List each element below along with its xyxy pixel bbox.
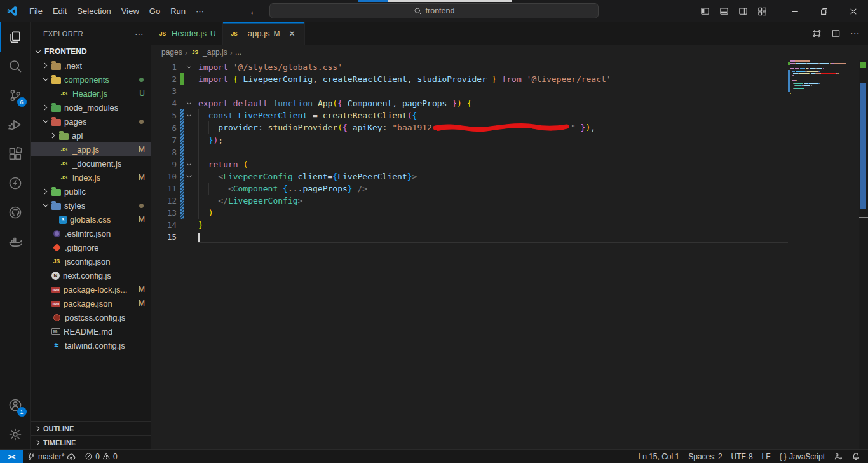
menu-view[interactable]: View (116, 4, 144, 18)
activity-run-debug[interactable] (0, 110, 31, 139)
gutter-modified-mark (180, 183, 184, 195)
tree-item-frontend[interactable]: FRONTEND (31, 45, 151, 59)
fold-chevron-icon[interactable] (184, 172, 194, 181)
problems-status[interactable]: 0 0 (80, 450, 121, 463)
folder-icon (51, 200, 61, 211)
breadcrumb-item[interactable]: pages (161, 48, 182, 57)
extensions-icon (8, 147, 22, 161)
breadcrumb-item[interactable]: _app.js (203, 48, 227, 57)
fold-chevron-icon[interactable] (184, 160, 194, 169)
tree-item-next-config-js[interactable]: Nnext.config.js (31, 268, 151, 282)
customize-layout-icon[interactable] (752, 0, 771, 22)
feedback-button[interactable] (829, 450, 847, 463)
code-line-7: 7 }); (151, 134, 788, 146)
split-editor-icon[interactable] (827, 22, 844, 45)
tree-item-pages[interactable]: pages (31, 114, 151, 128)
status-bar: >< master* 0 0 Ln 15, Col 1Spaces: 2UTF-… (0, 449, 868, 463)
tree-item-tailwind-config-js[interactable]: ≈tailwind.config.js (31, 338, 151, 352)
gutter-modified-mark (180, 146, 184, 158)
activity-github[interactable] (0, 198, 31, 227)
toggle-panel-icon[interactable] (714, 0, 733, 22)
panel-outline[interactable]: OUTLINE (31, 421, 151, 435)
nav-back-button[interactable]: ← (249, 6, 259, 17)
tree-item-label: package.json (64, 299, 112, 308)
minimap[interactable] (788, 60, 859, 449)
git-status-badge: U (139, 89, 145, 98)
tree-item-header-js[interactable]: JSHeader.jsU (31, 86, 151, 100)
line-number: 5 (151, 111, 177, 120)
fold-chevron-icon[interactable] (184, 99, 194, 107)
tree-item-components[interactable]: components (31, 73, 151, 86)
restore-button[interactable] (810, 0, 839, 22)
line-number: 10 (151, 172, 177, 181)
explorer-more-actions-icon[interactable]: ⋯ (135, 29, 144, 39)
menu-go[interactable]: Go (144, 4, 165, 18)
notifications-bell[interactable] (847, 450, 868, 463)
editor-more-actions-icon[interactable]: ⋯ (846, 22, 863, 45)
activity-thunder-client[interactable] (0, 169, 31, 198)
title-bar: FileEditSelectionViewGoRun··· ← → fronte… (0, 0, 868, 22)
tab-_app-js[interactable]: JS_app.jsM✕ (223, 22, 305, 45)
status-utf-8[interactable]: UTF-8 (727, 450, 757, 463)
tree-item-label: api (72, 131, 83, 141)
tree-item--app-js[interactable]: JS_app.jsM (31, 142, 151, 156)
tree-item--eslintrc-json[interactable]: .eslintrc.json (31, 226, 151, 240)
menu-selection[interactable]: Selection (72, 4, 116, 18)
tree-item-label: globals.css (70, 215, 111, 225)
git-branch-icon (27, 452, 36, 460)
toggle-sidebar-icon[interactable] (695, 0, 714, 22)
panel-timeline[interactable]: TIMELINE (31, 435, 151, 449)
tree-item-styles[interactable]: styles (31, 198, 151, 212)
tree-item-node-modules[interactable]: node_modules (31, 100, 151, 114)
status-ln-15-col-1[interactable]: Ln 15, Col 1 (634, 450, 684, 463)
menu-overflow[interactable]: ··· (191, 4, 209, 18)
tree-item--next[interactable]: .next (31, 59, 151, 73)
modified-dot-badge (139, 120, 144, 124)
tree-item-postcss-config-js[interactable]: postcss.config.js (31, 310, 151, 324)
tree-item-readme-md[interactable]: M↓README.md (31, 324, 151, 338)
tree-item-package-lock-js-[interactable]: npmpackage-lock.js...M (31, 282, 151, 296)
breadcrumb-item[interactable]: ... (235, 48, 241, 57)
status-language-mode[interactable]: { } JavaScript (775, 450, 829, 463)
tree-item-index-js[interactable]: JSindex.jsM (31, 170, 151, 184)
chev-down-icon (185, 63, 193, 71)
code-line-11: 11 <Component {...pageProps} /> (151, 183, 788, 195)
minimize-button[interactable] (780, 0, 810, 22)
git-branch-status[interactable]: master* (23, 450, 80, 463)
tab-header-js[interactable]: JSHeader.jsU (151, 22, 223, 45)
activity-docker[interactable] (0, 227, 31, 256)
tab-close-icon[interactable]: ✕ (287, 28, 298, 39)
menu-file[interactable]: File (24, 4, 48, 18)
tree-item-label: next.config.js (63, 271, 111, 280)
fold-chevron-icon[interactable] (184, 63, 194, 71)
close-button[interactable] (839, 0, 868, 22)
tree-item-label: FRONTEND (44, 47, 87, 56)
tree-item--gitignore[interactable]: .gitignore (31, 240, 151, 254)
tree-item-jsconfig-json[interactable]: JSjsconfig.json (31, 254, 151, 268)
activity-explorer[interactable] (0, 22, 31, 52)
activity-search[interactable] (0, 52, 31, 81)
activity-accounts[interactable]: 1 (0, 390, 31, 420)
status-lf[interactable]: LF (757, 450, 775, 463)
line-number: 7 (151, 135, 177, 145)
toggle-secondary-sidebar-icon[interactable] (733, 0, 752, 22)
open-changes-icon[interactable] (808, 22, 825, 45)
menu-run[interactable]: Run (165, 4, 191, 18)
tree-item-globals-css[interactable]: 3globals.cssM (31, 212, 151, 226)
tree-item--document-js[interactable]: JS_document.js (31, 156, 151, 170)
remote-indicator[interactable]: >< (0, 450, 23, 463)
tree-item-api[interactable]: api (31, 128, 151, 142)
activity-source-control[interactable]: 6 (0, 81, 31, 110)
activity-settings[interactable] (0, 420, 31, 449)
code-editor[interactable]: 1import '@/styles/globals.css'2import { … (151, 60, 868, 449)
warning-icon (102, 452, 111, 460)
command-center[interactable]: frontend (269, 3, 599, 18)
menu-edit[interactable]: Edit (48, 4, 72, 18)
tree-item-public[interactable]: public (31, 184, 151, 198)
activity-extensions[interactable] (0, 139, 31, 169)
activity-badge: 6 (17, 97, 27, 107)
status-spaces-2[interactable]: Spaces: 2 (684, 450, 726, 463)
fold-chevron-icon[interactable] (184, 111, 194, 120)
tree-item-package-json[interactable]: npmpackage.jsonM (31, 296, 151, 310)
folder-icon (58, 130, 69, 141)
